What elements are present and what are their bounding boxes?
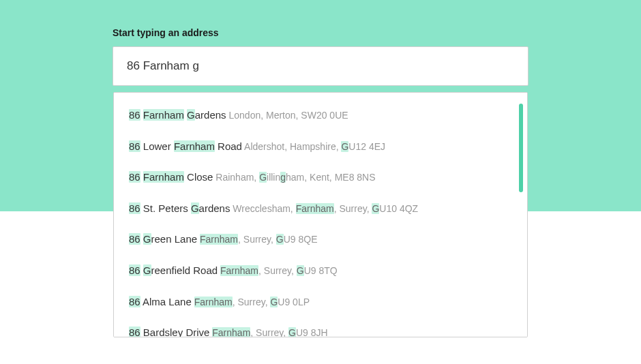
suggestion-dropdown: 86 Farnham Gardens London, Merton, SW20 …: [113, 92, 528, 337]
suggestion-list: 86 Farnham Gardens London, Merton, SW20 …: [114, 93, 527, 337]
suggestion-item[interactable]: 86 Farnham Close Rainham, Gillingham, Ke…: [114, 162, 527, 193]
suggestion-item[interactable]: 86 Bardsley Drive Farnham, Surrey, GU9 8…: [114, 317, 527, 337]
scrollbar-thumb[interactable]: [519, 104, 523, 192]
suggestion-item[interactable]: 86 Alma Lane Farnham, Surrey, GU9 0LP: [114, 286, 527, 318]
suggestion-item[interactable]: 86 St. Peters Gardens Wrecclesham, Farnh…: [114, 193, 527, 224]
suggestion-item[interactable]: 86 Farnham Gardens London, Merton, SW20 …: [114, 100, 527, 131]
suggestion-item[interactable]: 86 Greenfield Road Farnham, Surrey, GU9 …: [114, 255, 527, 286]
input-label: Start typing an address: [113, 27, 528, 38]
suggestion-item[interactable]: 86 Lower Farnham Road Aldershot, Hampshi…: [114, 131, 527, 162]
address-search-input[interactable]: [113, 47, 528, 85]
address-input-wrapper: 86 Farnham Gardens London, Merton, SW20 …: [113, 46, 528, 86]
suggestion-item[interactable]: 86 Green Lane Farnham, Surrey, GU9 8QE: [114, 224, 527, 255]
